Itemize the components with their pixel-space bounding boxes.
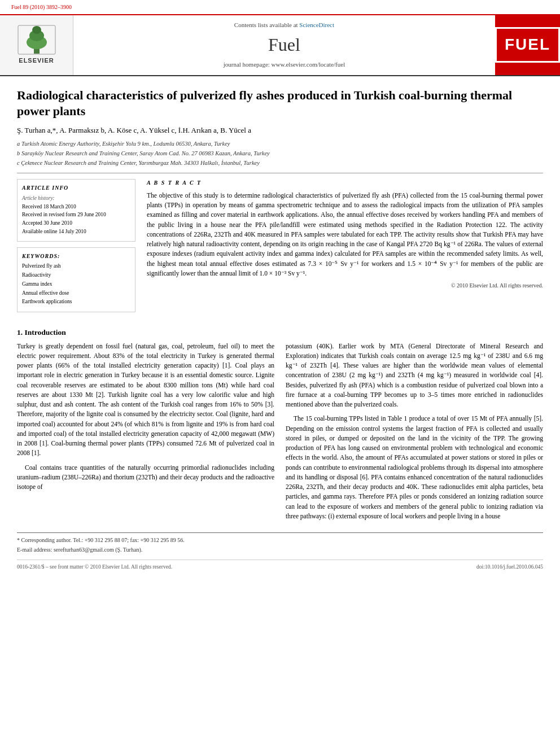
- info-abstract-section: Article info Article history: Received 1…: [17, 179, 543, 318]
- abstract-title: A B S T R A C T: [147, 179, 543, 187]
- article-info-title: Article info: [22, 184, 130, 193]
- keyword-2: Radioactivity: [22, 272, 130, 279]
- keywords-box: Keywords: Pulverized fly ash Radioactivi…: [17, 247, 135, 312]
- article-history-label: Article history:: [22, 195, 130, 203]
- journal-ref-text: Fuel 89 (2010) 3892–3900: [11, 4, 72, 10]
- fuel-logo-area: FUEL: [495, 15, 560, 75]
- body-content: 1. Introduction Turkey is greatly depend…: [17, 327, 543, 526]
- available-date: Available online 14 July 2010: [22, 228, 130, 236]
- introduction-header: 1. Introduction: [17, 327, 543, 338]
- introduction-two-col: Turkey is greatly dependent on fossil fu…: [17, 342, 543, 526]
- revised-date: Received in revised form 29 June 2010: [22, 211, 130, 219]
- copyright-line: © 2010 Elsevier Ltd. All rights reserved…: [147, 282, 543, 290]
- right-column: A B S T R A C T The objective of this st…: [147, 179, 543, 318]
- intro-para-4: The 15 coal-burning TPPs listed in Table…: [286, 414, 543, 521]
- accepted-date: Accepted 30 June 2010: [22, 220, 130, 228]
- article-info-box: Article info Article history: Received 1…: [17, 179, 135, 241]
- svg-point-3: [32, 26, 41, 34]
- page: Fuel 89 (2010) 3892–3900 ELSEVIER Conten: [0, 0, 560, 747]
- fuel-logo: FUEL: [495, 27, 560, 63]
- keywords-title: Keywords:: [22, 252, 130, 261]
- intro-para-2: Coal contains trace quantities of the na…: [17, 463, 274, 492]
- keywords-list: Pulverized fly ash Radioactivity Gamma i…: [22, 263, 130, 306]
- main-content: Radiological characteristics of pulveriz…: [0, 76, 560, 583]
- affiliation-b: b Sarayköy Nuclear Research and Training…: [17, 149, 543, 158]
- authors-text: Ş. Turhan a,*, A. Parmaksız b, A. Köse c…: [17, 126, 251, 134]
- authors-line: Ş. Turhan a,*, A. Parmaksız b, A. Köse c…: [17, 125, 543, 136]
- bottom-bar: 0016-2361/$ – see front matter © 2010 El…: [17, 560, 543, 571]
- intro-para-3: potassium (40K). Earlier work by MTA (Ge…: [286, 342, 543, 410]
- intro-left-col: Turkey is greatly dependent on fossil fu…: [17, 342, 274, 526]
- doi-text: doi:10.1016/j.fuel.2010.06.045: [476, 563, 543, 571]
- journal-reference: Fuel 89 (2010) 3892–3900: [11, 3, 72, 12]
- journal-title: Fuel: [268, 32, 300, 58]
- keyword-3: Gamma index: [22, 281, 130, 289]
- journal-homepage: journal homepage: www.elsevier.com/locat…: [224, 60, 345, 69]
- affiliation-c: c Çekmece Nuclear Research and Training …: [17, 159, 543, 167]
- affiliation-a: a Turkish Atomic Energy Authority, Eskiş…: [17, 139, 543, 148]
- keyword-1: Pulverized fly ash: [22, 263, 130, 270]
- journal-header: Fuel 89 (2010) 3892–3900: [0, 0, 560, 15]
- issn-text: 0016-2361/$ – see front matter © 2010 El…: [17, 563, 172, 571]
- elsevier-logo-area: ELSEVIER: [0, 15, 73, 75]
- intro-right-col: potassium (40K). Earlier work by MTA (Ge…: [286, 342, 543, 526]
- keyword-4: Annual effective dose: [22, 290, 130, 298]
- article-title: Radiological characteristics of pulveriz…: [17, 88, 543, 120]
- abstract-text: The objective of this study is to determ…: [147, 191, 543, 278]
- footnotes: * Corresponding author. Tel.: +90 312 29…: [17, 532, 543, 554]
- elsevier-tree-icon: [17, 24, 56, 55]
- sciencedirect-link[interactable]: ScienceDirect: [299, 21, 334, 28]
- elsevier-wordmark: ELSEVIER: [19, 56, 54, 65]
- banner-center: Contents lists available at ScienceDirec…: [73, 15, 495, 75]
- received-date: Received 18 March 2010: [22, 203, 130, 211]
- intro-para-1: Turkey is greatly dependent on fossil fu…: [17, 342, 274, 458]
- keyword-5: Earthwork applications: [22, 298, 130, 306]
- footnote-star: * Corresponding author. Tel.: +90 312 29…: [17, 536, 543, 545]
- journal-banner: ELSEVIER Contents lists available at Sci…: [0, 15, 560, 76]
- footnote-email: E-mail address: serefturhan63@gmail.com …: [17, 546, 543, 554]
- contents-available-line: Contents lists available at ScienceDirec…: [234, 21, 334, 30]
- affiliations: a Turkish Atomic Energy Authority, Eskiş…: [17, 139, 543, 168]
- divider-1: [17, 173, 543, 173]
- left-column: Article info Article history: Received 1…: [17, 179, 135, 318]
